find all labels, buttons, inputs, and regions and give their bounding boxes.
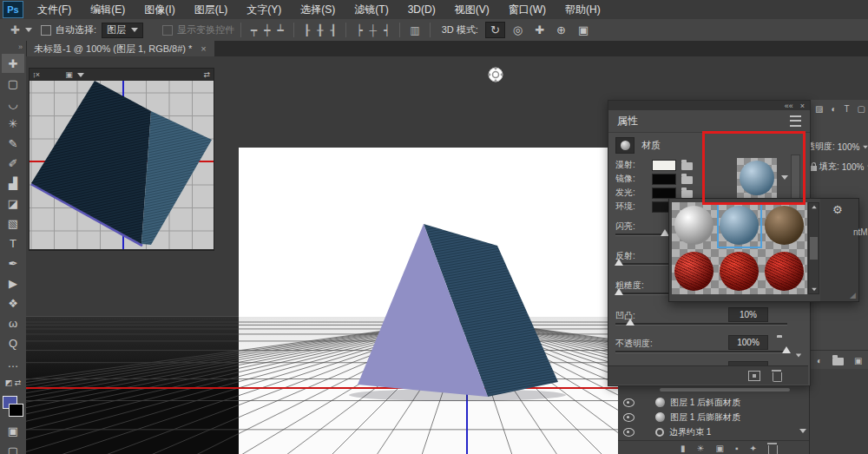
fill-value[interactable]: 100% (842, 162, 865, 172)
3d-panel-scrollbar[interactable] (660, 388, 790, 391)
secondary-view-viewport[interactable] (30, 81, 214, 249)
auto-select-target-dropdown[interactable]: 图层 (102, 23, 143, 38)
menu-view[interactable]: 视图(V) (445, 0, 499, 19)
roll-3d-camera-icon[interactable]: ◎ (509, 23, 527, 37)
visibility-eye-icon[interactable] (623, 398, 635, 407)
map-folder-icon[interactable] (681, 176, 693, 184)
tool-more-tools[interactable]: … (2, 353, 24, 372)
align-horizontal-centers-icon[interactable]: ╂ (313, 24, 326, 36)
filter-lights-icon[interactable]: ☀ (697, 444, 705, 453)
new-group-icon[interactable] (832, 358, 844, 365)
drag-3d-camera-icon[interactable]: ✚ (530, 23, 549, 37)
pixel-filter-icon[interactable]: ▨ (812, 104, 825, 114)
close-tab-icon[interactable]: × (201, 43, 206, 54)
collapse-toolbar-icon[interactable]: » (0, 41, 26, 53)
close-panel-icon[interactable]: × (800, 102, 805, 110)
secondary-view-close-icon[interactable]: ⁝× (33, 70, 40, 79)
tool-move[interactable]: ✚ (2, 54, 24, 73)
material-steel-blue[interactable] (717, 202, 762, 248)
shape-filter-icon[interactable]: ▢ (855, 104, 868, 114)
menu-file[interactable]: 文件(F) (28, 0, 81, 19)
scroll-down-icon[interactable] (812, 288, 817, 292)
tool-type[interactable]: T (2, 234, 24, 253)
paint-dot-icon[interactable]: ▪ (735, 444, 739, 453)
menu-image[interactable]: 图像(I) (135, 0, 184, 19)
panel-menu-icon[interactable] (790, 115, 801, 127)
secondary-view[interactable]: ⁝× ▣ ⇄ (29, 68, 214, 251)
align-right-edges-icon[interactable]: ┨ (326, 24, 339, 36)
adjustment-filter-icon[interactable]: ◐ (828, 104, 838, 114)
add-light-icon[interactable]: ✦ (749, 444, 756, 453)
distribute-bottom-icon[interactable]: ┥ (380, 24, 393, 36)
material-red-weave-1[interactable] (672, 248, 717, 294)
new-layer-icon[interactable]: ▣ (852, 356, 865, 365)
background-color-swatch[interactable] (9, 404, 23, 417)
menu-type[interactable]: 文字(Y) (237, 0, 291, 19)
tool-magic-wand[interactable]: ✳ (2, 114, 24, 133)
distribute-top-icon[interactable]: ┝ (352, 24, 365, 36)
menu-edit[interactable]: 编辑(E) (81, 0, 135, 19)
tool-marquee[interactable]: ▢ (2, 74, 24, 93)
swap-view-icon[interactable]: ⇄ (203, 70, 210, 79)
document-canvas[interactable] (239, 148, 618, 454)
distribute-center-icon[interactable]: ┼ (366, 24, 381, 36)
tool-lasso[interactable]: ◡ (2, 94, 24, 113)
map-color-swatch[interactable] (652, 188, 676, 199)
distribute-spacing-icon[interactable]: ▥ (406, 24, 423, 36)
material-red-weave-2[interactable] (717, 248, 762, 294)
slide-3d-camera-icon[interactable]: ⊕ (552, 23, 570, 37)
scroll-down-chevron-icon[interactable] (796, 354, 801, 358)
scroll-up-icon[interactable] (812, 206, 817, 209)
tool-pen[interactable]: ✒ (2, 253, 24, 273)
align-bottom-edges-icon[interactable]: ┷ (273, 24, 286, 36)
align-left-edges-icon[interactable]: ┠ (300, 24, 313, 36)
new-adjustment-layer-icon[interactable]: ◐ (814, 356, 825, 365)
photoshop-logo[interactable]: Ps (3, 2, 23, 17)
opacity-slider-track[interactable] (615, 351, 787, 353)
menu-help[interactable]: 帮助(H) (556, 0, 610, 19)
opacity-chevron-icon[interactable] (864, 145, 868, 148)
material-opacity-field[interactable]: 100% (728, 335, 768, 350)
align-vertical-centers-icon[interactable]: ┿ (260, 24, 273, 36)
tool-zoom[interactable]: Q (2, 333, 24, 352)
map-color-swatch[interactable] (652, 160, 676, 171)
visibility-eye-icon[interactable] (623, 428, 635, 437)
map-folder-icon[interactable] (681, 162, 693, 170)
opacity-slider-thumb[interactable] (782, 346, 791, 353)
move-tool-icon[interactable]: ✚ (7, 23, 23, 36)
delete-3d-item-icon[interactable] (768, 445, 778, 454)
slider-thumb[interactable] (615, 288, 623, 295)
gear-icon[interactable]: ⚙ (832, 203, 843, 216)
map-folder-icon[interactable] (681, 190, 693, 198)
tool-preset-chevron-icon[interactable] (25, 28, 32, 32)
material-white[interactable] (672, 202, 717, 248)
tool-hand[interactable]: ω (2, 313, 24, 332)
resize-grip-icon[interactable]: ◢ (850, 291, 856, 299)
show-transform-checkbox[interactable] (162, 25, 173, 36)
delete-icon[interactable] (773, 372, 782, 382)
menu-select[interactable]: 选择(S) (291, 0, 345, 19)
map-color-swatch[interactable] (652, 174, 676, 185)
screen-mode-icon[interactable]: ▢ (2, 441, 24, 454)
collapse-panel-icon[interactable]: «« (785, 102, 793, 110)
auto-select-checkbox[interactable] (41, 25, 51, 36)
menu-filter[interactable]: 滤镜(T) (345, 0, 398, 19)
make-from-layer-icon[interactable] (748, 371, 760, 381)
tool-custom-shape[interactable]: ❖ (2, 293, 24, 313)
swap-colors-icon[interactable]: ◩ ⇄ (2, 373, 24, 392)
bump-slider-track[interactable] (615, 323, 787, 326)
tool-eyedropper[interactable]: ✎ (2, 134, 24, 153)
3d-item-layer1-back-bevel-material[interactable]: 图层 1 后斜面材质 (618, 395, 809, 410)
tool-gradient[interactable]: ▧ (2, 214, 24, 233)
3d-view-gizmo[interactable] (486, 65, 505, 84)
slider-thumb[interactable] (615, 259, 623, 266)
material-red-weave-3[interactable] (762, 248, 807, 294)
menu-layer[interactable]: 图层(L) (185, 0, 238, 19)
document-tab[interactable]: 未标题-1 @ 100% (图层 1, RGB/8#) * × (26, 41, 214, 56)
filter-camera-icon[interactable]: ▣ (715, 444, 723, 453)
opacity-value[interactable]: 100% (838, 142, 860, 152)
quick-mask-icon[interactable]: ▣ (2, 421, 24, 440)
lock-icon[interactable] (811, 166, 817, 171)
tool-clone-stamp[interactable]: ▟ (2, 174, 24, 193)
align-top-edges-icon[interactable]: ┯ (247, 24, 260, 36)
